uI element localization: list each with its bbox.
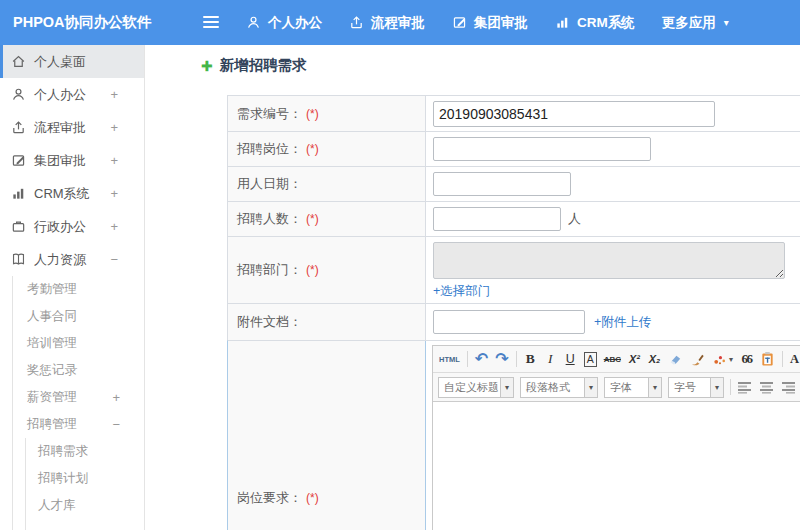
form-row-headcount: 招聘人数： (*) 人 (228, 201, 800, 236)
sidebar-item-crm[interactable]: CRM系统 + (0, 177, 144, 210)
edit-icon (452, 15, 467, 30)
form-row-attachment: 附件文档： +附件上传 (228, 303, 800, 340)
italic-button[interactable]: I (544, 349, 557, 369)
sidebar-item-talent-pool[interactable]: 人才库 (26, 492, 144, 519)
eraser-button[interactable] (668, 349, 683, 369)
sidebar-item-recruit-plan[interactable]: 招聘计划 (26, 465, 144, 492)
sidebar-item-personal-desktop[interactable]: 个人桌面 (0, 45, 144, 78)
nav-process-approval[interactable]: 流程审批 (349, 14, 425, 32)
sidebar-item-label: 薪资管理 (27, 389, 77, 406)
sidebar-item-label: 人力资源 (34, 251, 86, 269)
paste-button[interactable] (760, 349, 775, 369)
font-family-select[interactable]: 字体 ▾ (604, 377, 662, 398)
expand-icon: + (110, 87, 118, 102)
required-mark: (*) (306, 212, 319, 226)
field-label: 附件文档： (228, 304, 426, 340)
expand-icon: + (110, 120, 118, 135)
upload-icon (11, 120, 26, 135)
position-input[interactable] (433, 137, 651, 161)
field-label: 招聘岗位： (*) (228, 132, 426, 166)
sidebar-item-group-approval[interactable]: 集团审批 + (0, 144, 144, 177)
sidebar-item-recruit-mgmt[interactable]: 招聘管理 − (13, 411, 144, 438)
choose-department-link[interactable]: +选择部门 (433, 283, 490, 300)
sidebar-item-admin-office[interactable]: 行政办公 + (0, 210, 144, 243)
blockquote-button[interactable]: 66 (740, 349, 753, 369)
home-icon (11, 54, 26, 69)
headcount-input[interactable] (433, 207, 561, 231)
sidebar-item-label: 个人办公 (34, 86, 86, 104)
text-color-button[interactable]: ▾ (712, 349, 733, 369)
top-navigation: 个人办公 流程审批 集团审批 CRM系统 更多应用 (246, 0, 729, 45)
undo-button[interactable]: ↶ (475, 349, 488, 369)
sidebar-item-recruit-demand[interactable]: 招聘需求 (26, 438, 144, 465)
align-right-button[interactable] (781, 381, 797, 394)
heading-select[interactable]: 自定义标题 ▾ (438, 377, 514, 398)
editor-content-area[interactable] (433, 402, 800, 530)
edit-icon (11, 153, 26, 168)
nav-personal-office[interactable]: 个人办公 (246, 14, 322, 32)
form-row-requirements: 岗位要求： (*) HTML ↶ ↷ B I U (227, 340, 800, 530)
menu-toggle-button[interactable] (203, 16, 219, 31)
nav-more-apps[interactable]: 更多应用 ▾ (662, 14, 729, 32)
briefcase-icon (11, 219, 26, 234)
attachment-upload-link[interactable]: +附件上传 (594, 314, 651, 331)
align-center-button[interactable] (759, 381, 775, 394)
editor-toolbar-row1: HTML ↶ ↷ B I U A ABC X² X₂ (433, 346, 800, 373)
form-row-department: 招聘部门： (*) +选择部门 (228, 236, 800, 303)
form-row-position: 招聘岗位： (*) (228, 131, 800, 166)
char-border-button[interactable]: A (584, 352, 597, 367)
nav-group-approval[interactable]: 集团审批 (452, 14, 528, 32)
align-left-button[interactable] (737, 381, 753, 394)
sidebar-item-rewards[interactable]: 奖惩记录 (13, 357, 144, 384)
subscript-button[interactable]: X₂ (648, 349, 661, 369)
sidebar-item-hr-contract[interactable]: 人事合同 (13, 303, 144, 330)
sidebar-item-attendance[interactable]: 考勤管理 (13, 276, 144, 303)
user-icon (246, 15, 261, 30)
nav-label: 集团审批 (474, 14, 528, 32)
sidebar-item-salary[interactable]: 薪资管理 + (13, 384, 144, 411)
department-textarea[interactable] (433, 242, 785, 279)
nav-crm-system[interactable]: CRM系统 (555, 14, 635, 32)
eraser-icon (668, 352, 683, 367)
sidebar-item-process-approval[interactable]: 流程审批 + (0, 111, 144, 144)
attachment-input[interactable] (433, 310, 585, 334)
add-icon: ✚ (201, 58, 213, 74)
sidebar-item-label: 行政办公 (34, 218, 86, 236)
html-source-button[interactable]: HTML (439, 349, 460, 369)
sidebar-item-label: 个人桌面 (34, 53, 86, 71)
required-mark: (*) (306, 263, 319, 277)
sidebar-item-label: 人事合同 (27, 308, 77, 325)
sidebar-item-label: 招聘计划 (38, 470, 88, 487)
paragraph-format-select[interactable]: 段落格式 ▾ (520, 377, 598, 398)
book-icon (11, 252, 26, 267)
strikethrough-button[interactable]: ABC (604, 349, 621, 369)
sidebar-item-label: 培训管理 (27, 335, 77, 352)
sidebar-item-label: 招聘管理 (27, 416, 77, 433)
sidebar-item-hr[interactable]: 人力资源 − (0, 243, 144, 276)
font-size-select[interactable]: 字号 ▾ (668, 377, 724, 398)
unit-label: 人 (568, 210, 581, 228)
app-logo: PHPOA协同办公软件 (13, 0, 152, 45)
chevron-down-icon: ▾ (648, 378, 661, 397)
color-spray-icon (712, 352, 727, 367)
recruit-submenu: 招聘需求 招聘计划 人才库 (25, 438, 144, 530)
main-content: ✚ 新增招聘需求 需求编号： (*) 招聘岗位： (*) (145, 45, 800, 530)
underline-button[interactable]: U (564, 349, 577, 369)
expand-icon: + (110, 153, 118, 168)
chevron-down-icon: ▾ (729, 355, 733, 364)
sidebar-item-personal-office[interactable]: 个人办公 + (0, 78, 144, 111)
hamburger-icon (203, 16, 219, 18)
field-label: 招聘人数： (*) (228, 202, 426, 236)
chevron-down-icon: ▾ (724, 17, 729, 28)
sidebar-item-training[interactable]: 培训管理 (13, 330, 144, 357)
field-label: 需求编号： (*) (228, 96, 426, 131)
superscript-button[interactable]: X² (628, 349, 641, 369)
demand-number-input[interactable] (433, 101, 715, 127)
top-header: PHPOA协同办公软件 个人办公 流程审批 集团审批 (0, 0, 800, 45)
redo-button[interactable]: ↷ (495, 349, 508, 369)
hire-date-input[interactable] (433, 172, 571, 196)
bold-button[interactable]: B (524, 349, 537, 369)
font-color-button[interactable]: A ▾ (790, 349, 800, 369)
required-mark: (*) (306, 142, 319, 156)
format-brush-button[interactable] (690, 349, 705, 369)
